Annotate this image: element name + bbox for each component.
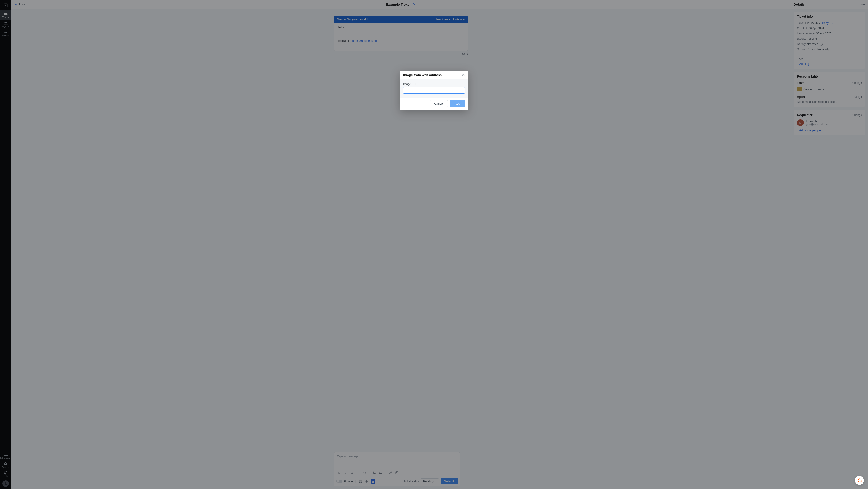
image-url-modal: Image from web address ✕ Image URL Cance…	[400, 70, 468, 110]
image-url-label: Image URL	[403, 83, 465, 86]
image-url-input[interactable]	[403, 87, 465, 94]
cancel-button[interactable]: Cancel	[430, 100, 447, 107]
modal-title: Image from web address	[403, 73, 442, 77]
add-button[interactable]: Add	[450, 100, 465, 107]
close-icon[interactable]: ✕	[462, 73, 465, 77]
modal-overlay[interactable]: Image from web address ✕ Image URL Cance…	[0, 0, 868, 489]
chat-widget-button[interactable]	[855, 476, 864, 485]
